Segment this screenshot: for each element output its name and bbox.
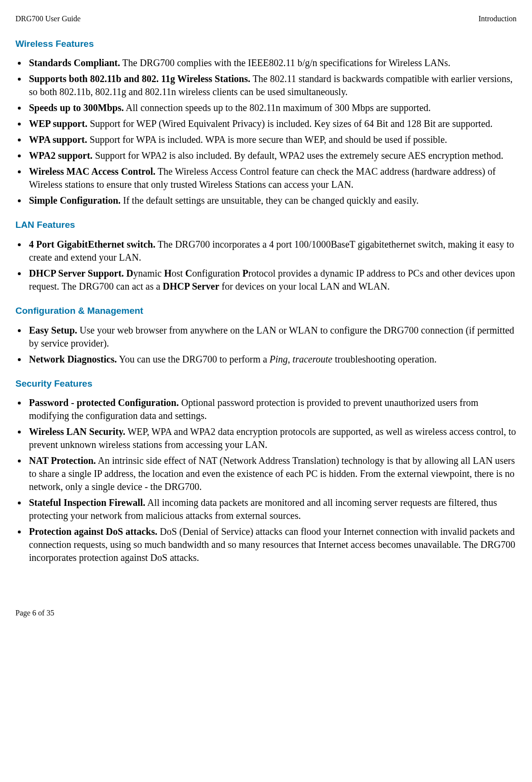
item-bold: 4 Port GigabitEthernet switch.: [29, 239, 155, 250]
item-text: You can use the DRG700 to perform a: [117, 354, 270, 364]
item-text: An intrinsic side effect of NAT (Network…: [29, 455, 515, 492]
item-italic: Ping, traceroute: [270, 354, 332, 364]
list-item: Protection against DoS attacks. DoS (Den…: [27, 525, 517, 564]
heading-lan: LAN Features: [15, 219, 517, 231]
list-item: Simple Configuration. If the default set…: [27, 194, 517, 207]
item-text: Support for WPA2 is also included. By de…: [93, 150, 504, 161]
item-bold: Standards Compliant.: [29, 57, 120, 68]
item-text: Use your web browser from anywhere on th…: [29, 325, 514, 349]
list-item: Supports both 802.11b and 802. 11g Wirel…: [27, 72, 517, 98]
list-item: DHCP Server Support. Dynamic Host Config…: [27, 267, 517, 293]
heading-wireless: Wireless Features: [15, 38, 517, 50]
heading-security: Security Features: [15, 377, 517, 390]
list-item: 4 Port GigabitEthernet switch. The DRG70…: [27, 238, 517, 264]
item-bold: WEP support.: [29, 118, 87, 129]
list-item: Wireless MAC Access Control. The Wireles…: [27, 165, 517, 191]
item-bold: Protection against DoS attacks.: [29, 526, 157, 537]
item-text: The DRG700 complies with the IEEE802.11 …: [120, 57, 450, 68]
item-text: ynamic: [133, 268, 164, 279]
item-text: ost: [172, 268, 185, 279]
item-bold: Supports both 802.11b and 802. 11g Wirel…: [29, 73, 250, 84]
item-bold: DHCP Server Support. D: [29, 268, 133, 279]
item-bold: C: [185, 268, 192, 279]
item-text: Support for WPA is included. WPA is more…: [87, 134, 447, 145]
item-text: If the default settings are unsuitable, …: [121, 195, 419, 206]
list-config: Easy Setup. Use your web browser from an…: [15, 324, 517, 366]
header-right: Introduction: [478, 14, 517, 24]
list-item: Wireless LAN Security. WEP, WPA and WPA2…: [27, 425, 517, 451]
list-item: Easy Setup. Use your web browser from an…: [27, 324, 517, 350]
list-item: Standards Compliant. The DRG700 complies…: [27, 56, 517, 70]
item-bold: P: [242, 268, 248, 279]
list-item: Stateful Inspection Firewall. All incomi…: [27, 496, 517, 522]
item-bold: NAT Protection.: [29, 455, 96, 466]
item-bold: Simple Configuration.: [29, 195, 121, 206]
item-bold: Password - protected Configuration.: [29, 397, 179, 408]
list-lan: 4 Port GigabitEthernet switch. The DRG70…: [15, 238, 517, 293]
item-text: troubleshooting operation.: [332, 354, 437, 364]
page-footer: Page 6 of 35: [15, 608, 517, 618]
list-item: Speeds up to 300Mbps. All connection spe…: [27, 101, 517, 114]
heading-config: Configuration & Management: [15, 305, 517, 317]
item-text: for devices on your local LAN and WLAN.: [219, 281, 390, 292]
list-wireless: Standards Compliant. The DRG700 complies…: [15, 56, 517, 207]
list-item: Network Diagnostics. You can use the DRG…: [27, 353, 517, 366]
list-item: WPA support. Support for WPA is included…: [27, 133, 517, 146]
item-bold: WPA support.: [29, 134, 87, 145]
item-bold: Wireless LAN Security.: [29, 426, 125, 437]
list-item: NAT Protection. An intrinsic side effect…: [27, 454, 517, 493]
page-header: DRG700 User Guide Introduction: [15, 14, 517, 24]
item-text: onfiguration: [192, 268, 243, 279]
item-text: All connection speeds up to the 802.11n …: [124, 102, 431, 113]
item-bold: Wireless MAC Access Control.: [29, 166, 155, 177]
list-security: Password - protected Configuration. Opti…: [15, 396, 517, 564]
item-bold: Network Diagnostics.: [29, 354, 117, 364]
item-bold: Stateful Inspection Firewall.: [29, 497, 145, 508]
list-item: WEP support. Support for WEP (Wired Equi…: [27, 117, 517, 130]
list-item: WPA2 support. Support for WPA2 is also i…: [27, 149, 517, 162]
header-left: DRG700 User Guide: [15, 14, 81, 24]
item-bold: WPA2 support.: [29, 150, 93, 161]
list-item: Password - protected Configuration. Opti…: [27, 396, 517, 422]
item-text: Support for WEP (Wired Equivalent Privac…: [87, 118, 492, 129]
item-bold: Speeds up to 300Mbps.: [29, 102, 124, 113]
item-bold: H: [164, 268, 172, 279]
item-bold: Easy Setup.: [29, 325, 77, 335]
item-bold: DHCP Server: [163, 281, 219, 292]
